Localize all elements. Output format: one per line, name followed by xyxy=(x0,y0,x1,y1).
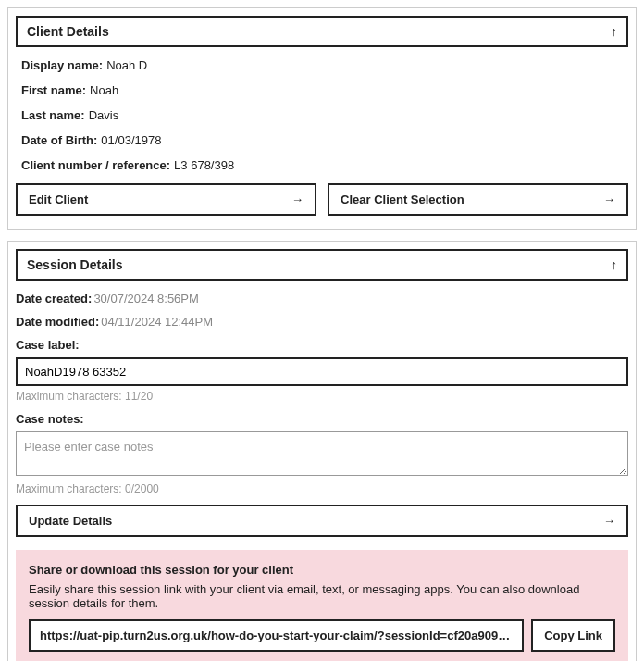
arrow-right-icon: → xyxy=(291,193,303,206)
arrow-right-icon: → xyxy=(603,193,615,206)
collapse-icon: ↑ xyxy=(611,24,617,39)
case-notes-input[interactable] xyxy=(16,431,628,476)
case-label-hint: Maximum characters: 11/20 xyxy=(16,390,628,403)
session-details-title: Session Details xyxy=(27,257,123,272)
arrow-right-icon: → xyxy=(603,514,615,528)
ref-label: Client number / reference: xyxy=(21,158,170,172)
last-name-value: Davis xyxy=(89,108,119,122)
dob-value: 01/03/1978 xyxy=(101,133,161,147)
date-created-value: 30/07/2024 8:56PM xyxy=(93,292,198,306)
client-details-toggle[interactable]: Client Details ↑ xyxy=(16,16,628,47)
display-name-value: Noah D xyxy=(106,58,147,72)
case-label-input[interactable] xyxy=(16,357,628,386)
clear-client-label: Clear Client Selection xyxy=(341,193,464,206)
date-modified-value: 04/11/2024 12:44PM xyxy=(101,315,213,329)
client-details-title: Client Details xyxy=(27,24,109,39)
date-created-label: Date created: xyxy=(16,292,92,306)
collapse-icon: ↑ xyxy=(611,257,617,272)
update-details-button[interactable]: Update Details → xyxy=(16,505,628,537)
ref-value: L3 678/398 xyxy=(174,158,234,172)
copy-link-button[interactable]: Copy Link xyxy=(531,619,615,652)
case-notes-label: Case notes: xyxy=(16,412,628,426)
display-name-label: Display name: xyxy=(21,58,103,72)
dob-label: Date of Birth: xyxy=(21,133,97,147)
clear-client-button[interactable]: Clear Client Selection → xyxy=(328,183,628,216)
date-modified-label: Date modified: xyxy=(16,315,99,329)
edit-client-label: Edit Client xyxy=(29,193,88,206)
update-details-label: Update Details xyxy=(29,514,112,528)
last-name-label: Last name: xyxy=(21,108,85,122)
case-notes-hint: Maximum characters: 0/2000 xyxy=(16,482,628,495)
edit-client-button[interactable]: Edit Client → xyxy=(16,183,316,216)
case-label-label: Case label: xyxy=(16,338,628,352)
share-box: Share or download this session for your … xyxy=(16,550,628,661)
share-desc: Easily share this session link with your… xyxy=(29,582,615,610)
session-details-panel: Session Details ↑ Date created:30/07/202… xyxy=(7,241,637,661)
first-name-value: Noah xyxy=(90,83,118,97)
first-name-label: First name: xyxy=(21,83,86,97)
session-details-toggle[interactable]: Session Details ↑ xyxy=(16,249,628,281)
client-details-panel: Client Details ↑ Display name:Noah D Fir… xyxy=(7,7,637,230)
share-title: Share or download this session for your … xyxy=(29,563,615,577)
share-url-input[interactable]: https://uat-pip.turn2us.org.uk/how-do-yo… xyxy=(29,619,524,652)
